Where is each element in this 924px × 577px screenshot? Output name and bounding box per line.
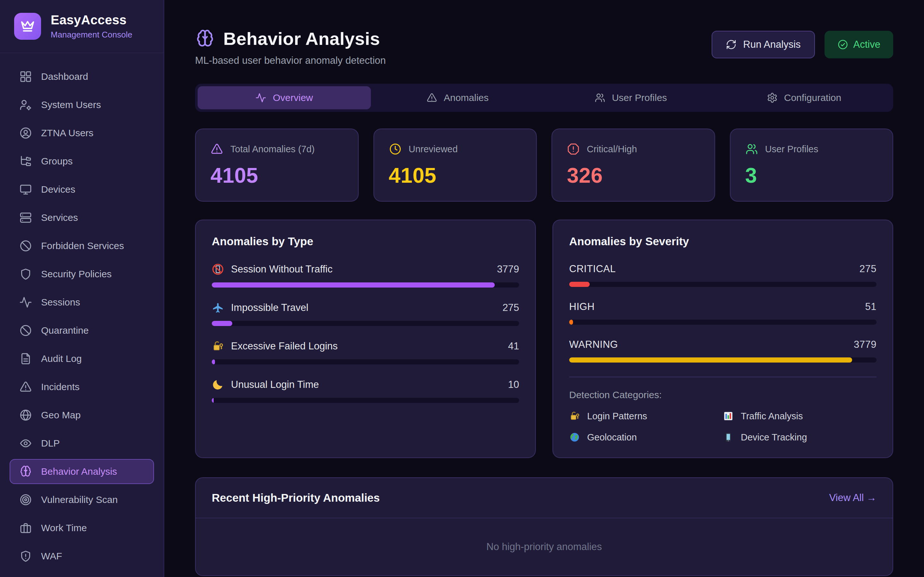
severity-row: HIGH 51 <box>569 301 877 325</box>
emoji-lock-icon <box>569 411 580 422</box>
emoji-moon-icon <box>212 379 224 391</box>
progress-track <box>569 319 877 325</box>
sidebar-item-quarantine[interactable]: Quarantine <box>10 318 154 343</box>
progress-track <box>569 282 877 287</box>
sidebar-item-audit-log[interactable]: Audit Log <box>10 346 154 371</box>
stat-card-label: User Profiles <box>765 144 819 155</box>
severity-count: 51 <box>865 301 877 313</box>
sidebar-item-ztna-users[interactable]: ZTNA Users <box>10 121 154 145</box>
tab-anomalies[interactable]: Anomalies <box>371 86 544 109</box>
sidebar-item-label: Behavior Analysis <box>41 466 117 477</box>
sidebar-item-label: Security Policies <box>41 269 111 279</box>
alert-triangle-icon <box>426 92 437 103</box>
anomaly-type-label: Session Without Traffic <box>231 263 333 275</box>
tab-overview[interactable]: Overview <box>198 86 371 109</box>
severity-row: CRITICAL 275 <box>569 263 877 287</box>
tab-user-profiles[interactable]: User Profiles <box>544 86 717 109</box>
progress-track <box>569 358 877 363</box>
anomaly-type-count: 3779 <box>497 263 519 275</box>
check-circle-icon <box>837 39 848 50</box>
activity-icon <box>19 296 32 309</box>
ban-icon <box>19 324 32 337</box>
anomaly-type-count: 275 <box>502 302 519 314</box>
anomalies-by-severity-panel: Anomalies by Severity CRITICAL 275 HIGH … <box>552 219 893 458</box>
progress-fill <box>212 398 214 403</box>
globe-icon <box>19 409 32 422</box>
anomaly-type-list: Session Without Traffic 3779 Impossible … <box>212 263 519 403</box>
sidebar-item-sessions[interactable]: Sessions <box>10 290 154 315</box>
progress-fill <box>569 358 852 363</box>
file-text-icon <box>19 352 32 365</box>
refresh-icon <box>726 39 737 50</box>
sidebar: EasyAccess Management Console Dashboard … <box>0 0 164 577</box>
page-subtitle: ML-based user behavior anomaly detection <box>195 55 386 66</box>
emoji-plane-icon <box>212 301 224 314</box>
sidebar-item-label: Groups <box>41 156 73 167</box>
sidebar-item-services[interactable]: Services <box>10 205 154 230</box>
anomaly-type-count: 41 <box>508 340 519 352</box>
folder-tree-icon <box>19 155 32 168</box>
stat-card-label: Unreviewed <box>409 144 458 155</box>
sidebar-item-label: Services <box>41 212 78 223</box>
sidebar-item-dlp[interactable]: DLP <box>10 431 154 456</box>
status-badge-label: Active <box>853 39 880 50</box>
severity-count: 275 <box>859 263 877 275</box>
sidebar-item-incidents[interactable]: Incidents <box>10 374 154 400</box>
stat-card-value: 326 <box>567 163 700 187</box>
view-all-link[interactable]: View All → <box>829 492 877 504</box>
tab-configuration[interactable]: Configuration <box>717 86 891 109</box>
sidebar-nav: Dashboard System Users ZTNA Users Groups… <box>0 53 164 577</box>
sidebar-item-forbidden-services[interactable]: Forbidden Services <box>10 234 154 258</box>
severity-label: WARNING <box>569 339 618 350</box>
anomaly-type-row: Session Without Traffic 3779 <box>212 263 519 287</box>
monitor-icon <box>19 183 32 196</box>
stat-card-value: 4105 <box>389 163 522 187</box>
sidebar-item-label: Incidents <box>41 382 79 392</box>
sidebar-item-waf[interactable]: WAF <box>10 544 154 569</box>
sidebar-item-label: Quarantine <box>41 325 89 336</box>
sidebar-item-system-users[interactable]: System Users <box>10 92 154 117</box>
charts-row: Anomalies by Type Session Without Traffi… <box>195 219 893 458</box>
detection-category-device-tracking: Device Tracking <box>723 432 877 443</box>
detection-category-login-patterns: Login Patterns <box>569 411 723 422</box>
emoji-globe-icon <box>569 432 580 443</box>
stat-card-unreviewed: Unreviewed 4105 <box>373 129 537 201</box>
run-analysis-button[interactable]: Run Analysis <box>712 31 814 58</box>
brand-subtitle: Management Console <box>51 30 132 40</box>
page-title-row: Behavior Analysis <box>195 28 386 49</box>
sidebar-item-dashboard[interactable]: Dashboard <box>10 64 154 89</box>
shield-alert-icon <box>19 550 32 562</box>
detection-category-label: Geolocation <box>587 432 637 443</box>
detection-category-geolocation: Geolocation <box>569 432 723 443</box>
sidebar-item-groups[interactable]: Groups <box>10 149 154 174</box>
anomaly-type-label: Excessive Failed Logins <box>231 340 338 352</box>
users-icon <box>745 143 758 155</box>
recent-anomalies-header: Recent High-Priority Anomalies View All … <box>196 478 893 518</box>
grid-icon <box>19 70 32 83</box>
detection-categories-label: Detection Categories: <box>569 390 877 400</box>
sidebar-item-label: Vulnerability Scan <box>41 494 118 505</box>
brand: EasyAccess Management Console <box>0 0 164 53</box>
anomaly-type-count: 10 <box>508 379 519 390</box>
sidebar-item-label: System Users <box>41 99 101 110</box>
sidebar-item-label: Devices <box>41 184 75 195</box>
anomalies-by-type-panel: Anomalies by Type Session Without Traffi… <box>195 219 536 458</box>
target-icon <box>19 493 32 506</box>
anomaly-type-row: Unusual Login Time 10 <box>212 379 519 403</box>
sidebar-item-work-time[interactable]: Work Time <box>10 516 154 540</box>
sidebar-item-devices[interactable]: Devices <box>10 177 154 202</box>
progress-fill <box>212 359 215 364</box>
anomaly-type-row: Excessive Failed Logins 41 <box>212 340 519 364</box>
alert-triangle-icon <box>210 143 223 155</box>
tab-label: Configuration <box>784 92 841 103</box>
sidebar-item-geo-map[interactable]: Geo Map <box>10 403 154 428</box>
sidebar-item-behavior-analysis[interactable]: Behavior Analysis <box>10 459 154 484</box>
tab-label: User Profiles <box>612 92 667 103</box>
progress-track <box>212 282 519 287</box>
clock-icon <box>389 143 402 155</box>
sidebar-item-label: Audit Log <box>41 353 82 364</box>
sidebar-item-vulnerability-scan[interactable]: Vulnerability Scan <box>10 487 154 512</box>
alert-octagon-icon <box>567 143 580 155</box>
anomaly-type-label: Unusual Login Time <box>231 379 319 390</box>
sidebar-item-security-policies[interactable]: Security Policies <box>10 261 154 287</box>
